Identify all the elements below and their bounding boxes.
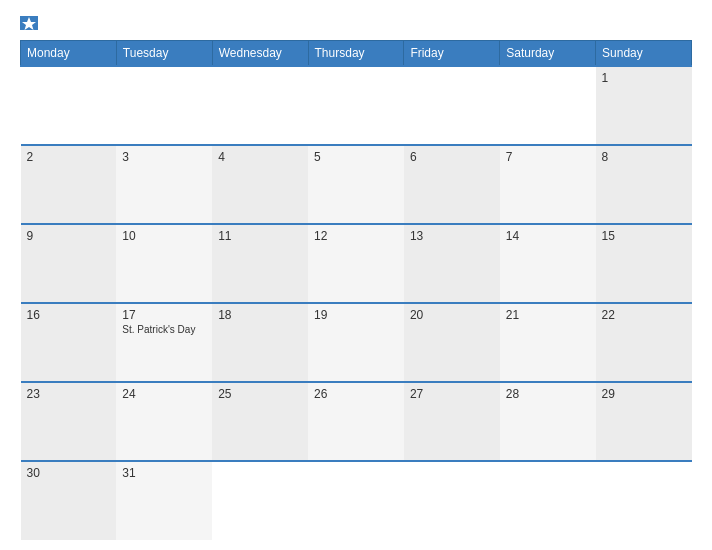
day-number: 30 xyxy=(27,466,111,480)
calendar-cell xyxy=(500,66,596,145)
calendar-cell: 19 xyxy=(308,303,404,382)
logo xyxy=(20,16,42,30)
day-number: 7 xyxy=(506,150,590,164)
calendar-cell xyxy=(500,461,596,540)
calendar-cell: 20 xyxy=(404,303,500,382)
calendar-cell xyxy=(212,461,308,540)
week-row-1: 1 xyxy=(21,66,692,145)
calendar-cell: 1 xyxy=(596,66,692,145)
day-number: 16 xyxy=(27,308,111,322)
calendar-header xyxy=(20,16,692,30)
day-number: 13 xyxy=(410,229,494,243)
calendar-cell: 4 xyxy=(212,145,308,224)
week-row-2: 2345678 xyxy=(21,145,692,224)
calendar-cell: 31 xyxy=(116,461,212,540)
week-row-4: 1617St. Patrick's Day1819202122 xyxy=(21,303,692,382)
calendar-cell xyxy=(21,66,117,145)
weekday-monday: Monday xyxy=(21,41,117,67)
calendar-cell: 13 xyxy=(404,224,500,303)
day-number: 25 xyxy=(218,387,302,401)
calendar-cell xyxy=(212,66,308,145)
day-number: 11 xyxy=(218,229,302,243)
day-number: 10 xyxy=(122,229,206,243)
weekday-thursday: Thursday xyxy=(308,41,404,67)
day-number: 18 xyxy=(218,308,302,322)
calendar-cell: 9 xyxy=(21,224,117,303)
calendar-cell: 25 xyxy=(212,382,308,461)
calendar-cell xyxy=(596,461,692,540)
calendar-cell: 7 xyxy=(500,145,596,224)
calendar-cell: 3 xyxy=(116,145,212,224)
calendar-cell: 5 xyxy=(308,145,404,224)
day-number: 9 xyxy=(27,229,111,243)
calendar-cell: 10 xyxy=(116,224,212,303)
weekday-sunday: Sunday xyxy=(596,41,692,67)
day-number: 8 xyxy=(602,150,686,164)
weekday-friday: Friday xyxy=(404,41,500,67)
calendar-cell: 24 xyxy=(116,382,212,461)
day-number: 1 xyxy=(602,71,686,85)
event-label: St. Patrick's Day xyxy=(122,324,206,335)
day-number: 31 xyxy=(122,466,206,480)
calendar-cell: 30 xyxy=(21,461,117,540)
calendar-cell xyxy=(116,66,212,145)
weekday-wednesday: Wednesday xyxy=(212,41,308,67)
calendar-table: MondayTuesdayWednesdayThursdayFridaySatu… xyxy=(20,40,692,540)
calendar-cell: 28 xyxy=(500,382,596,461)
day-number: 12 xyxy=(314,229,398,243)
calendar-cell: 27 xyxy=(404,382,500,461)
day-number: 29 xyxy=(602,387,686,401)
calendar-cell xyxy=(404,66,500,145)
week-row-6: 3031 xyxy=(21,461,692,540)
calendar-cell: 18 xyxy=(212,303,308,382)
day-number: 21 xyxy=(506,308,590,322)
calendar-cell: 11 xyxy=(212,224,308,303)
day-number: 26 xyxy=(314,387,398,401)
logo-icon xyxy=(20,16,38,30)
calendar-cell: 6 xyxy=(404,145,500,224)
day-number: 22 xyxy=(602,308,686,322)
calendar-cell: 29 xyxy=(596,382,692,461)
weekday-tuesday: Tuesday xyxy=(116,41,212,67)
day-number: 3 xyxy=(122,150,206,164)
day-number: 27 xyxy=(410,387,494,401)
week-row-3: 9101112131415 xyxy=(21,224,692,303)
day-number: 2 xyxy=(27,150,111,164)
calendar-cell xyxy=(404,461,500,540)
calendar-cell xyxy=(308,66,404,145)
day-number: 28 xyxy=(506,387,590,401)
day-number: 24 xyxy=(122,387,206,401)
day-number: 5 xyxy=(314,150,398,164)
calendar-cell: 26 xyxy=(308,382,404,461)
calendar-cell: 8 xyxy=(596,145,692,224)
week-row-5: 23242526272829 xyxy=(21,382,692,461)
calendar-cell: 17St. Patrick's Day xyxy=(116,303,212,382)
calendar-cell: 15 xyxy=(596,224,692,303)
calendar-cell xyxy=(308,461,404,540)
day-number: 17 xyxy=(122,308,206,322)
calendar-cell: 12 xyxy=(308,224,404,303)
day-number: 23 xyxy=(27,387,111,401)
day-number: 20 xyxy=(410,308,494,322)
calendar-cell: 2 xyxy=(21,145,117,224)
calendar-cell: 16 xyxy=(21,303,117,382)
day-number: 4 xyxy=(218,150,302,164)
weekday-header-row: MondayTuesdayWednesdayThursdayFridaySatu… xyxy=(21,41,692,67)
day-number: 6 xyxy=(410,150,494,164)
calendar-cell: 23 xyxy=(21,382,117,461)
day-number: 15 xyxy=(602,229,686,243)
calendar-cell: 14 xyxy=(500,224,596,303)
day-number: 19 xyxy=(314,308,398,322)
calendar-cell: 21 xyxy=(500,303,596,382)
weekday-saturday: Saturday xyxy=(500,41,596,67)
calendar-cell: 22 xyxy=(596,303,692,382)
day-number: 14 xyxy=(506,229,590,243)
